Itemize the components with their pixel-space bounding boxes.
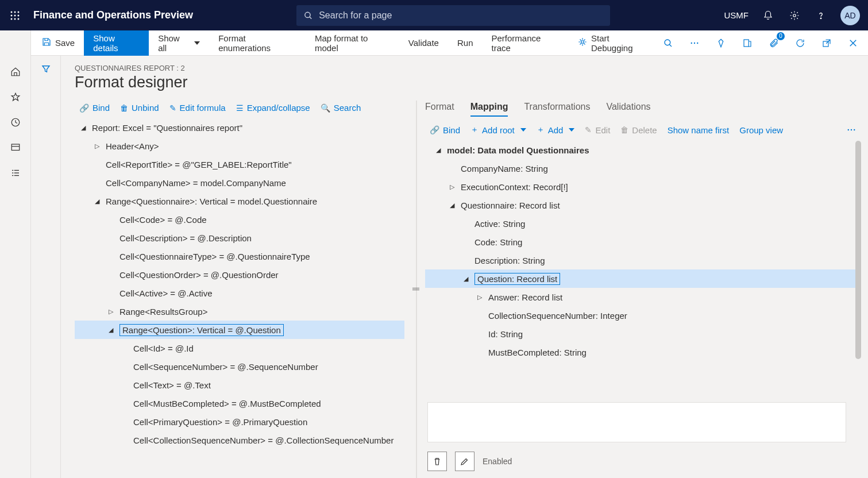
avatar[interactable]: AD <box>840 6 860 25</box>
home-icon[interactable] <box>9 65 22 79</box>
refresh-icon[interactable] <box>791 34 809 52</box>
tab-mapping[interactable]: Mapping <box>470 102 508 117</box>
tree-node[interactable]: CompanyName: String <box>425 159 859 178</box>
format-enum-button[interactable]: Format enumerations <box>209 30 306 56</box>
tree-node[interactable]: ▷Answer: Record list <box>425 288 859 306</box>
right-overflow-icon[interactable] <box>846 125 862 135</box>
unbind-button[interactable]: 🗑Unbind <box>120 103 159 113</box>
tree-node[interactable]: MustBeCompleted: String <box>425 343 859 361</box>
svg-point-9 <box>305 12 310 17</box>
global-search[interactable] <box>296 5 610 26</box>
show-name-first-button[interactable]: Show name first <box>668 125 730 135</box>
gear-icon[interactable] <box>788 9 801 22</box>
performance-trace-button[interactable]: Performance trace <box>482 30 568 56</box>
format-tree[interactable]: ◢Report: Excel = "Questionnaires report"… <box>75 118 408 478</box>
add-root-button[interactable]: ＋Add root <box>470 125 526 135</box>
waffle-icon[interactable] <box>8 9 22 22</box>
caret-down-icon[interactable]: ◢ <box>107 326 115 334</box>
tree-node[interactable]: Code: String <box>425 233 859 251</box>
tree-node[interactable]: ▷Header<Any> <box>75 137 404 155</box>
tree-node[interactable]: Active: String <box>425 214 859 233</box>
add-button[interactable]: ＋Add <box>537 125 575 135</box>
validate-button[interactable]: Validate <box>399 30 448 56</box>
tree-node[interactable]: ▷ExecutionContext: Record[!] <box>425 178 859 196</box>
caret-down-icon[interactable]: ◢ <box>448 202 456 209</box>
details-panel <box>427 402 846 442</box>
plus-icon: ＋ <box>537 125 545 135</box>
tree-node[interactable]: Cell<MustBeCompleted> = @.MustBeComplete… <box>75 394 404 413</box>
recent-icon[interactable] <box>9 115 22 129</box>
modules-icon[interactable] <box>9 166 22 180</box>
tree-node[interactable]: Cell<CollectionSequenceNumber> = @.Colle… <box>75 431 404 449</box>
entity-badge[interactable]: USMF <box>724 10 749 20</box>
diamond-icon[interactable] <box>712 34 730 52</box>
tree-node[interactable]: Cell<Id> = @.Id <box>75 339 404 357</box>
overflow-icon[interactable] <box>685 34 704 52</box>
star-icon[interactable] <box>9 90 22 104</box>
tree-node[interactable]: Description: String <box>425 251 859 269</box>
save-button[interactable]: Save <box>32 30 84 56</box>
show-details-button[interactable]: Show details <box>84 30 149 56</box>
caret-down-icon[interactable]: ◢ <box>434 147 442 154</box>
help-icon[interactable] <box>814 9 828 22</box>
bind-button[interactable]: 🔗Bind <box>79 103 110 113</box>
scrollbar[interactable] <box>855 141 861 359</box>
search-input[interactable] <box>319 10 603 21</box>
svg-rect-27 <box>11 144 20 151</box>
popout-icon[interactable] <box>817 34 836 52</box>
run-button[interactable]: Run <box>448 30 483 56</box>
map-format-button[interactable]: Map format to model <box>306 30 399 56</box>
mapping-pane: Format Mapping Transformations Validatio… <box>425 101 868 478</box>
footer-bar: Enabled <box>425 445 862 478</box>
tree-node[interactable]: Cell<SequenceNumber> = @.SequenceNumber <box>75 357 404 376</box>
splitter[interactable]: || <box>408 101 425 478</box>
tree-node[interactable]: ▷Range<ResultsGroup> <box>75 302 404 321</box>
workspace-icon[interactable] <box>9 141 22 155</box>
tab-transformations[interactable]: Transformations <box>524 102 590 117</box>
footer-delete-icon[interactable] <box>427 452 447 471</box>
start-debugging-button[interactable]: Start Debugging <box>568 30 659 56</box>
edit-formula-button[interactable]: ✎Edit formula <box>169 103 226 113</box>
tree-node[interactable]: Cell<Code> = @.Code <box>75 210 404 229</box>
filter-icon[interactable] <box>41 64 51 478</box>
show-all-button[interactable]: Show all <box>149 30 209 56</box>
group-view-button[interactable]: Group view <box>739 125 783 135</box>
caret-down-icon[interactable]: ◢ <box>462 275 470 283</box>
caret-right-icon[interactable]: ▷ <box>93 142 101 150</box>
tree-node[interactable]: Cell<ReportTitle> = @"GER_LABEL:ReportTi… <box>75 155 404 174</box>
tab-validations[interactable]: Validations <box>606 102 650 117</box>
tree-node[interactable]: Cell<CompanyName> = model.CompanyName <box>75 174 404 192</box>
caret-right-icon[interactable]: ▷ <box>448 183 456 191</box>
close-icon[interactable] <box>844 34 862 52</box>
tree-node[interactable]: Cell<QuestionOrder> = @.QuestionOrder <box>75 265 404 284</box>
attach-icon[interactable]: 0 <box>765 34 783 52</box>
tree-node[interactable]: Cell<Text> = @.Text <box>75 376 404 394</box>
tree-node[interactable]: Cell<PrimaryQuestion> = @.PrimaryQuestio… <box>75 413 404 431</box>
tree-node[interactable]: Cell<QuestionnaireType> = @.Questionnair… <box>75 247 404 265</box>
tree-node[interactable]: ◢Questionnaire: Record list <box>425 196 859 214</box>
cmdbar-search-icon[interactable] <box>659 34 677 52</box>
footer-edit-icon[interactable] <box>455 452 474 471</box>
tree-node[interactable]: Cell<Description> = @.Description <box>75 229 404 247</box>
tree-node[interactable]: CollectionSequenceNumber: Integer <box>425 306 859 325</box>
tree-node[interactable]: Cell<Active> = @.Active <box>75 284 404 302</box>
caret-right-icon[interactable]: ▷ <box>476 294 484 301</box>
bind-button-right[interactable]: 🔗Bind <box>430 125 460 135</box>
tab-format[interactable]: Format <box>425 102 454 117</box>
office-icon[interactable] <box>738 34 757 52</box>
tree-node-label: ExecutionContext: Record[!] <box>461 182 568 192</box>
expand-collapse-button[interactable]: ☰Expand/collapse <box>236 103 310 113</box>
caret-right-icon[interactable]: ▷ <box>107 308 115 315</box>
tree-node[interactable]: Id: String <box>425 325 859 343</box>
svg-point-5 <box>18 14 20 16</box>
tree-node[interactable]: ◢Question: Record list <box>425 269 859 288</box>
mapping-tree[interactable]: ◢model: Data model QuestionnairesCompany… <box>425 141 862 361</box>
tree-node[interactable]: ◢Report: Excel = "Questionnaires report" <box>75 118 404 137</box>
tree-node[interactable]: ◢Range<Questionnaire>: Vertical = model.… <box>75 192 404 210</box>
caret-down-icon[interactable]: ◢ <box>79 124 87 132</box>
tree-node[interactable]: ◢Range<Question>: Vertical = @.Question <box>75 321 404 339</box>
tree-search-button[interactable]: 🔍Search <box>321 103 361 113</box>
bell-icon[interactable] <box>761 9 775 22</box>
caret-down-icon[interactable]: ◢ <box>93 198 101 205</box>
tree-node[interactable]: ◢model: Data model Questionnaires <box>425 141 859 159</box>
